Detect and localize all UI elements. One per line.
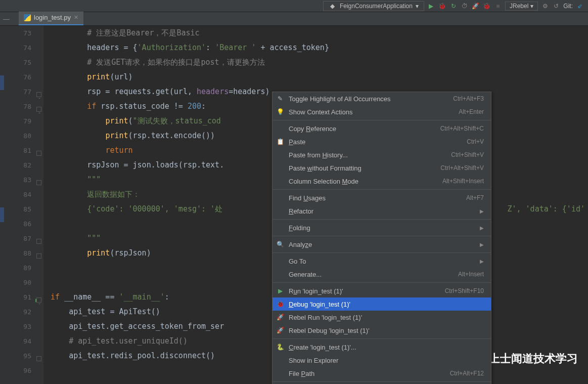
tool-icon[interactable]: ⚙: [541, 2, 549, 10]
sync-icon[interactable]: ↺: [552, 2, 560, 10]
paste-icon: 📋: [276, 137, 285, 146]
git-label: Git:: [563, 3, 573, 10]
menu-label: Debug 'login_test (1)': [289, 301, 480, 308]
shortcut-label: Ctrl+Alt+F12: [450, 370, 484, 377]
menu-label: Rebel Run 'login_test (1)': [289, 314, 480, 321]
menu-label: Folding: [289, 224, 476, 232]
file-tab-label: login_test.py: [34, 14, 71, 21]
blank-icon: [276, 206, 285, 216]
menu-label: Analyze: [289, 241, 476, 248]
menu-label: Generate...: [289, 271, 454, 278]
jrebel-dropdown[interactable]: JRebel ▾: [505, 2, 538, 11]
python-file-icon: [24, 14, 31, 21]
menu-item[interactable]: Folding▶: [273, 221, 491, 234]
menu-label: Toggle Highlight of All Occurrences: [289, 95, 449, 103]
menu-item[interactable]: 🔍Analyze▶: [273, 238, 491, 251]
fold-column: ▶: [35, 26, 43, 384]
menu-label: Paste without Formatting: [289, 164, 436, 172]
close-tab-icon[interactable]: ✕: [74, 14, 78, 21]
blank-icon: [276, 150, 285, 159]
menu-item[interactable]: ▶Run 'login_test (1)'Ctrl+Shift+F10: [273, 284, 491, 297]
run-button[interactable]: ▶: [427, 2, 435, 10]
editor-tabs: — login_test.py ✕: [0, 12, 588, 26]
fold-marker[interactable]: [36, 297, 41, 303]
rebel-icon: 🚀: [276, 313, 285, 322]
rebeld-icon: 🚀: [276, 326, 285, 335]
menu-item[interactable]: 🐍Create 'login_test (1)'...: [273, 340, 491, 354]
git-update-icon[interactable]: ⇙: [576, 2, 584, 10]
context-menu: ✎Toggle Highlight of All OccurrencesCtrl…: [272, 92, 491, 384]
menu-label: Paste from History...: [289, 151, 447, 159]
shortcut-label: Alt+Enter: [459, 108, 484, 115]
menu-item[interactable]: Refactor▶: [273, 204, 491, 218]
minimize-button[interactable]: —: [0, 15, 13, 23]
menu-label: Create 'login_test (1)'...: [289, 344, 480, 351]
menu-item[interactable]: Generate...Alt+Insert: [273, 268, 491, 281]
file-tab[interactable]: login_test.py ✕: [19, 12, 83, 25]
rebel-run-icon[interactable]: 🚀: [472, 2, 480, 10]
menu-item[interactable]: Go To▶: [273, 254, 491, 268]
fold-marker[interactable]: [36, 107, 41, 112]
blank-icon: [276, 356, 285, 365]
bulb-icon: 💡: [276, 107, 285, 116]
analyze-icon: 🔍: [276, 240, 285, 249]
shortcut-label: Ctrl+Shift+V: [451, 151, 484, 158]
shortcut-label: Ctrl+V: [467, 138, 484, 145]
run-icon: ▶: [276, 286, 285, 295]
menu-item[interactable]: 🚀Rebel Run 'login_test (1)': [273, 311, 491, 324]
menu-item[interactable]: Copy ReferenceCtrl+Alt+Shift+C: [273, 122, 491, 135]
submenu-arrow-icon: ▶: [480, 242, 484, 247]
menu-label: Run 'login_test (1)': [289, 287, 441, 295]
fold-marker[interactable]: [36, 253, 41, 259]
rebel-debug-icon[interactable]: 🐞: [483, 2, 491, 10]
menu-item[interactable]: Paste without FormattingCtrl+Alt+Shift+V: [273, 161, 491, 175]
menu-label: Column Selection Mode: [289, 178, 438, 185]
blank-icon: [276, 124, 285, 133]
menu-item[interactable]: ✎Toggle Highlight of All OccurrencesCtrl…: [273, 92, 491, 105]
menu-label: Copy Reference: [289, 125, 436, 133]
blank-icon: [276, 163, 285, 173]
menu-label: Rebel Debug 'login_test (1)': [289, 327, 480, 334]
submenu-arrow-icon: ▶: [480, 208, 484, 214]
blank-icon: [276, 270, 285, 279]
run-config-dropdown[interactable]: ◆ FeignConsumerApplication ▾: [323, 1, 424, 11]
shortcut-label: Alt+Insert: [458, 271, 484, 278]
menu-item[interactable]: Show in Explorer: [273, 354, 491, 367]
profiler-button[interactable]: ⏱: [461, 2, 469, 10]
menu-label: Find Usages: [289, 194, 462, 202]
menu-item[interactable]: File PathCtrl+Alt+F12: [273, 367, 491, 380]
menu-item[interactable]: 📋PasteCtrl+V: [273, 135, 491, 148]
menu-item[interactable]: Paste from History...Ctrl+Shift+V: [273, 148, 491, 161]
menu-item[interactable]: 🐞Debug 'login_test (1)': [273, 297, 491, 311]
menu-label: Show Context Actions: [289, 108, 455, 116]
gutter-marks: [0, 26, 12, 384]
debug-button[interactable]: 🐞: [438, 2, 446, 10]
debug-icon: 🐞: [276, 300, 285, 309]
blank-icon: [276, 177, 285, 186]
stop-button[interactable]: ■: [494, 2, 502, 10]
coverage-button[interactable]: ↻: [449, 2, 458, 10]
fold-marker[interactable]: [36, 92, 41, 97]
line-numbers: 7374757677787980818283848586878889909192…: [12, 26, 35, 384]
fold-marker[interactable]: [36, 151, 41, 156]
shortcut-label: Alt+F7: [466, 194, 484, 201]
blank-icon: [276, 193, 285, 202]
submenu-arrow-icon: ▶: [480, 259, 484, 264]
shortcut-label: Ctrl+Shift+F10: [445, 287, 484, 294]
menu-item[interactable]: Find UsagesAlt+F7: [273, 191, 491, 204]
menu-label: Go To: [289, 258, 476, 265]
menu-item[interactable]: Column Selection ModeAlt+Shift+Insert: [273, 175, 491, 188]
menu-item[interactable]: 🚀Rebel Debug 'login_test (1)': [273, 324, 491, 337]
blank-icon: [276, 257, 285, 266]
main-toolbar: ◆ FeignConsumerApplication ▾ ▶ 🐞 ↻ ⏱ 🚀 🐞…: [0, 0, 588, 12]
jrebel-label: JRebel: [510, 3, 528, 10]
fold-marker[interactable]: [36, 239, 41, 244]
fold-marker[interactable]: [36, 356, 41, 361]
menu-label: Show in Explorer: [289, 357, 480, 364]
run-config-label: FeignConsumerApplication: [340, 3, 413, 10]
dropdown-icon: ▾: [416, 3, 419, 10]
submenu-arrow-icon: ▶: [480, 225, 484, 231]
menu-item[interactable]: 💡Show Context ActionsAlt+Enter: [273, 105, 491, 118]
fold-marker[interactable]: [36, 180, 41, 185]
dropdown-icon: ▾: [530, 3, 533, 10]
